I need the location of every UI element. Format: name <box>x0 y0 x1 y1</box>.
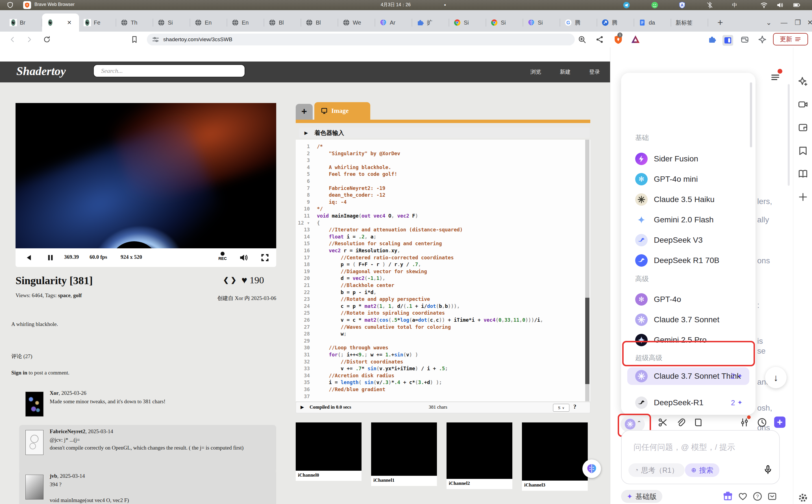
signin-link[interactable]: Sign in <box>11 370 27 376</box>
update-button[interactable]: 更新 <box>773 33 808 45</box>
settings-gear-icon[interactable] <box>798 493 808 503</box>
window-close-button[interactable]: ✕ <box>807 19 812 27</box>
editor-scrollbar[interactable] <box>585 140 589 401</box>
nav-link-1[interactable]: 新建 <box>560 68 570 76</box>
leo-ai-icon[interactable] <box>758 35 767 44</box>
browser-tab[interactable]: Si <box>153 14 190 32</box>
browser-tab[interactable]: Ar <box>375 14 412 32</box>
telegram-icon[interactable] <box>623 1 630 9</box>
inbox-icon[interactable] <box>767 492 777 501</box>
bluetooth-off-icon[interactable] <box>706 1 714 9</box>
new-chat-icon[interactable] <box>774 417 785 428</box>
browser-tab[interactable]: 扩 <box>412 14 449 32</box>
add-icon[interactable] <box>798 192 808 202</box>
think-pill[interactable]: ◔思考（R1） <box>629 463 685 477</box>
browser-tab[interactable]: Th <box>116 14 153 32</box>
run-icon[interactable]: ▶ <box>301 404 304 410</box>
browser-tab[interactable]: Si <box>486 14 523 32</box>
browser-tab[interactable]: Bl <box>264 14 301 32</box>
bookmarks-icon[interactable] <box>798 146 808 156</box>
wechat-icon[interactable] <box>651 1 658 9</box>
screen-record-icon[interactable] <box>798 99 808 109</box>
volume-button[interactable] <box>239 253 248 262</box>
clip-tool-icon[interactable] <box>658 418 668 427</box>
model-item-gemini-flash[interactable]: Gemini 2.0 Flash <box>627 211 749 229</box>
model-item-gpt4o[interactable]: ✻GPT-4o <box>627 291 749 308</box>
browser-tab[interactable]: Br <box>5 14 42 32</box>
wifi-icon[interactable] <box>760 1 768 9</box>
model-item-claude[interactable]: Claude 3.7 Sonnet Think2 ✦ <box>627 367 749 385</box>
editor-scroll-thumb[interactable] <box>585 298 589 384</box>
volume-icon[interactable] <box>776 1 783 9</box>
ichannel-slot[interactable]: iChannel2 <box>446 422 512 489</box>
model-item-gpt-mini[interactable]: ✻GPT-4o mini <box>627 170 749 188</box>
reading-icon[interactable] <box>798 169 808 179</box>
help-icon[interactable]: ? <box>753 492 762 501</box>
model-item-claude-haiku[interactable]: Claude 3.5 Haiku <box>627 191 749 208</box>
browser-tab[interactable]: En <box>227 14 264 32</box>
settings-sliders-icon[interactable] <box>740 418 749 427</box>
window-minimize-button[interactable]: — <box>781 19 787 27</box>
ichannel-slot[interactable]: iChannel3 <box>522 422 588 491</box>
mic-icon[interactable] <box>763 464 773 475</box>
attach-icon[interactable] <box>676 418 686 427</box>
browser-tab[interactable]: 腾 <box>597 14 634 32</box>
zoom-icon[interactable] <box>578 35 586 44</box>
browser-tab[interactable]: En <box>190 14 227 32</box>
favorites-icon[interactable] <box>738 492 748 501</box>
expand-arrow-icon[interactable]: ▶ <box>305 130 308 135</box>
extensions-icon[interactable] <box>708 35 716 44</box>
chat-scrollbar[interactable] <box>788 84 790 186</box>
shadertoy-logo[interactable]: Shadertoy <box>16 64 66 78</box>
url-field[interactable]: shadertoy.com/view/3csSWB <box>147 34 575 45</box>
reload-button[interactable] <box>43 36 51 43</box>
forward-button[interactable] <box>25 36 33 43</box>
chat-input[interactable]: 问任何问题，@ 模型，/ 提示◔思考（R1）⊕搜索 <box>621 430 780 484</box>
browser-tab[interactable]: Bl <box>301 14 338 32</box>
clipboard-icon[interactable] <box>798 122 808 133</box>
nav-link-0[interactable]: 浏览 <box>530 68 541 76</box>
scroll-down-button[interactable]: ↓ <box>765 367 787 388</box>
browser-tab[interactable]: Fe <box>79 14 116 32</box>
ichannel-slot[interactable]: iChannel0 <box>296 422 362 481</box>
tab-search-chevron[interactable]: ⌄ <box>766 19 772 27</box>
shield-a-icon[interactable]: A <box>679 1 686 9</box>
search-pill[interactable]: ⊕搜索 <box>685 463 719 477</box>
wallet-icon[interactable] <box>741 35 749 44</box>
editor-image-tab[interactable]: Image <box>314 102 370 120</box>
site-settings-icon[interactable] <box>152 36 159 43</box>
code-toggle-icon[interactable]: ❮ ❯ <box>223 276 237 284</box>
browser-tab[interactable]: 新标签 <box>671 14 708 32</box>
code-editor[interactable]: 1/*2 "Singularity" by @XorDev34 A whirli… <box>296 140 590 401</box>
tag-link[interactable]: space <box>58 292 70 298</box>
brave-rewards-icon[interactable]: 1 <box>614 35 623 44</box>
sider-floating-button[interactable] <box>582 459 601 478</box>
pause-button[interactable] <box>46 253 54 262</box>
plan-badge[interactable]: ✦基础版 <box>621 490 662 503</box>
model-item-deepseek-v3[interactable]: DeepSeek V3 <box>627 231 749 249</box>
new-tab-button[interactable]: + <box>717 17 723 28</box>
model-item-claude[interactable]: Claude 3.7 Sonnet <box>627 311 749 328</box>
like-count[interactable]: ♥ 190 <box>242 275 264 286</box>
battery-icon[interactable] <box>793 1 800 9</box>
shader-inputs-bar[interactable]: ▶着色器输入 <box>299 128 590 138</box>
window-restore-button[interactable]: ❐ <box>795 19 801 27</box>
browser-tab[interactable]: Si <box>449 14 486 32</box>
gift-icon[interactable] <box>723 491 733 501</box>
browser-tab[interactable]: G腾 <box>560 14 597 32</box>
heart-icon[interactable]: ♥ <box>242 275 250 285</box>
model-item-deepseek-r1b[interactable]: DeepSeek R1 70B <box>627 252 749 269</box>
share-icon[interactable] <box>595 35 604 44</box>
model-item-deepseek-r1[interactable]: DeepSeek-R12 ✦ <box>627 394 749 411</box>
browser-tab[interactable]: We <box>338 14 375 32</box>
browser-tab[interactable]: da <box>634 14 671 32</box>
ime-zh-icon[interactable]: 中 <box>732 2 737 8</box>
ichannel-slot[interactable]: iChannel1 <box>371 422 437 486</box>
sider-panel-icon[interactable] <box>723 35 733 46</box>
nav-link-2[interactable]: 登录 <box>589 68 600 76</box>
editor-new-tab-button[interactable]: + <box>296 104 313 120</box>
rewind-button[interactable] <box>23 253 32 262</box>
ai-chat-icon[interactable] <box>798 76 808 86</box>
export-select[interactable]: S∨ <box>553 404 569 412</box>
site-search-input[interactable]: Search... <box>93 64 245 77</box>
